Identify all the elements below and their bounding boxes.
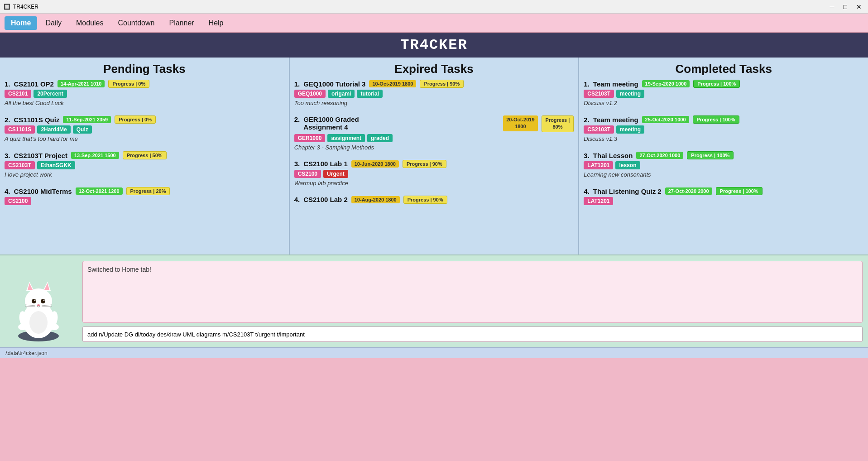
pending-task-2: 2. CS1101S Quiz 11-Sep-2021 2359 Progres… bbox=[5, 115, 284, 145]
expired-task-3-progress: Progress | 90% bbox=[403, 160, 446, 168]
close-button[interactable]: ✕ bbox=[854, 2, 864, 11]
completed-task-1-tags: CS2103T meeting bbox=[584, 90, 863, 98]
tag-2hard4me: 2Hard4Me bbox=[37, 125, 70, 134]
expired-scroll[interactable]: 1. GEQ1000 Tutorial 3 10-Oct-2019 1800 P… bbox=[290, 80, 579, 252]
tag-cs2101: CS2101 bbox=[5, 90, 31, 98]
completed-task-2-progress: Progress | 100% bbox=[693, 115, 739, 124]
expired-task-4-date: 10-Aug-2020 1800 bbox=[351, 196, 400, 203]
menu-home[interactable]: Home bbox=[5, 16, 37, 30]
expired-task-3-header: 3. CS2100 Lab 1 10-Jun-2020 1800 Progres… bbox=[294, 160, 574, 168]
tag-cs2103t-p3: CS2103T bbox=[5, 161, 35, 169]
tag-cs2103t-c2: CS2103T bbox=[584, 125, 614, 134]
expired-column: Expired Tasks 1. GEQ1000 Tutorial 3 10-O… bbox=[290, 58, 580, 255]
menu-daily[interactable]: Daily bbox=[39, 16, 68, 30]
completed-task-4-title: Thai Listening Quiz 2 bbox=[593, 187, 662, 195]
pending-task-4-num: 4. bbox=[5, 187, 10, 195]
expired-task-3-num: 3. bbox=[294, 160, 300, 168]
tag-20percent: 20Percent bbox=[34, 90, 67, 98]
pending-task-4-tags: CS2100 bbox=[5, 197, 284, 205]
expired-task-2-num: 2. bbox=[294, 115, 300, 123]
expired-task-1-header: 1. GEQ1000 Tutorial 3 10-Oct-2019 1800 P… bbox=[294, 80, 574, 88]
expired-task-3-title: CS2100 Lab 1 bbox=[303, 160, 348, 168]
pending-task-4-title: CS2100 MidTerms bbox=[14, 187, 72, 195]
expired-task-4-num: 4. bbox=[294, 196, 300, 203]
tag-ger1000: GER1000 bbox=[294, 134, 326, 142]
completed-task-1-note: Discuss v1.2 bbox=[584, 100, 863, 106]
tag-assignment: assignment bbox=[327, 134, 365, 142]
pending-column: Pending Tasks 1. CS2101 OP2 14-Apr-2021 … bbox=[0, 58, 290, 255]
expired-task-1-title: GEQ1000 Tutorial 3 bbox=[303, 80, 365, 88]
expired-task-1-date: 10-Oct-2019 1800 bbox=[369, 80, 416, 87]
pending-task-4: 4. CS2100 MidTerms 12-Oct-2021 1200 Prog… bbox=[5, 187, 284, 210]
menu-help[interactable]: Help bbox=[202, 16, 230, 30]
pending-task-3-num: 3. bbox=[5, 152, 10, 159]
completed-header: Completed Tasks bbox=[579, 58, 868, 80]
pending-task-3-date: 13-Sep-2021 1500 bbox=[71, 152, 119, 159]
tag-ethansgkk: EthanSGKK bbox=[37, 161, 75, 169]
expired-task-4-header: 4. CS2100 Lab 2 10-Aug-2020 1800 Progres… bbox=[294, 196, 574, 204]
expired-task-1-tags: GEQ1000 origami tutorial bbox=[294, 90, 574, 98]
menu-planner[interactable]: Planner bbox=[163, 16, 200, 30]
tag-meeting-c1: meeting bbox=[616, 90, 644, 98]
tag-lat1201-c4: LAT1201 bbox=[584, 197, 613, 205]
pending-task-1-tags: CS2101 20Percent bbox=[5, 90, 284, 98]
pending-task-2-note: A quiz that's too hard for me bbox=[5, 135, 284, 142]
pending-task-4-header: 4. CS2100 MidTerms 12-Oct-2021 1200 Prog… bbox=[5, 187, 284, 195]
expired-task-2-tags: GER1000 assignment graded bbox=[294, 134, 574, 142]
expired-task-2: 2. GER1000 GradedAssignment 4 20-Oct-201… bbox=[294, 115, 574, 154]
completed-task-1-header: 1. Team meeting 19-Sep-2020 1000 Progres… bbox=[584, 80, 863, 88]
pending-task-1: 1. CS2101 OP2 14-Apr-2021 1010 Progress … bbox=[5, 80, 284, 109]
chat-display: Switched to Home tab! bbox=[82, 261, 863, 323]
titlebar-app-name: TR4CKER bbox=[13, 4, 38, 10]
maximize-button[interactable]: □ bbox=[841, 2, 850, 11]
completed-task-4-num: 4. bbox=[584, 187, 590, 195]
tag-lat1201-c3: LAT1201 bbox=[584, 161, 613, 169]
tag-lesson-c3: lesson bbox=[615, 161, 640, 169]
expired-task-2-note: Chapter 3 - Sampling Methods bbox=[294, 144, 574, 151]
svg-point-20 bbox=[50, 324, 59, 330]
tag-quiz: Quiz bbox=[73, 125, 92, 134]
completed-task-3-num: 3. bbox=[584, 152, 590, 159]
titlebar-controls: ─ □ ✕ bbox=[827, 2, 864, 11]
expired-task-4-progress: Progress | 90% bbox=[403, 196, 447, 204]
bottom-area: Switched to Home tab! bbox=[0, 255, 868, 347]
menu-countdown[interactable]: Countdown bbox=[112, 16, 161, 30]
svg-point-8 bbox=[41, 299, 45, 303]
expired-task-2-progress: Progress |80% bbox=[542, 115, 574, 132]
tag-graded: graded bbox=[367, 134, 393, 142]
pending-scroll[interactable]: 1. CS2101 OP2 14-Apr-2021 1010 Progress … bbox=[0, 80, 289, 252]
completed-column: Completed Tasks 1. Team meeting 19-Sep-2… bbox=[579, 58, 868, 255]
completed-scroll[interactable]: 1. Team meeting 19-Sep-2020 1000 Progres… bbox=[579, 80, 868, 252]
svg-point-16 bbox=[29, 311, 48, 334]
statusbar: .\data\tr4cker.json bbox=[0, 347, 868, 358]
completed-task-2: 2. Team meeting 25-Oct-2020 1000 Progres… bbox=[584, 115, 863, 145]
completed-task-3-note: Learning new consonants bbox=[584, 171, 863, 178]
completed-task-2-note: Discuss v1.3 bbox=[584, 135, 863, 142]
tag-cs2103t-c1: CS2103T bbox=[584, 90, 614, 98]
completed-task-4-header: 4. Thai Listening Quiz 2 27-Oct-2020 200… bbox=[584, 187, 863, 195]
pending-task-3-title: CS2103T Project bbox=[14, 152, 67, 159]
pending-task-3: 3. CS2103T Project 13-Sep-2021 1500 Prog… bbox=[5, 151, 284, 181]
svg-point-19 bbox=[18, 324, 27, 330]
expired-task-4: 4. CS2100 Lab 2 10-Aug-2020 1800 Progres… bbox=[294, 196, 574, 208]
tag-tutorial: tutorial bbox=[357, 90, 383, 98]
pending-task-1-num: 1. bbox=[5, 80, 10, 88]
mascot-area bbox=[0, 255, 77, 347]
chat-input[interactable] bbox=[82, 327, 863, 342]
completed-task-3-date: 27-Oct-2020 1000 bbox=[636, 152, 683, 159]
pending-task-4-date: 12-Oct-2021 1200 bbox=[76, 187, 123, 195]
completed-task-2-title: Team meeting bbox=[593, 116, 638, 124]
expired-task-4-title: CS2100 Lab 2 bbox=[303, 196, 348, 203]
titlebar-left: 🔲 TR4CKER bbox=[4, 4, 38, 10]
menu-modules[interactable]: Modules bbox=[70, 16, 110, 30]
svg-point-2 bbox=[25, 288, 52, 314]
chat-display-text: Switched to Home tab! bbox=[87, 266, 151, 273]
completed-task-1-num: 1. bbox=[584, 80, 590, 88]
pending-task-2-num: 2. bbox=[5, 116, 10, 124]
completed-task-3-tags: LAT1201 lesson bbox=[584, 161, 863, 169]
pending-task-3-header: 3. CS2103T Project 13-Sep-2021 1500 Prog… bbox=[5, 151, 284, 159]
titlebar: 🔲 TR4CKER ─ □ ✕ bbox=[0, 0, 868, 14]
minimize-button[interactable]: ─ bbox=[827, 2, 837, 11]
completed-task-1: 1. Team meeting 19-Sep-2020 1000 Progres… bbox=[584, 80, 863, 109]
tag-urgent: Urgent bbox=[323, 170, 348, 178]
